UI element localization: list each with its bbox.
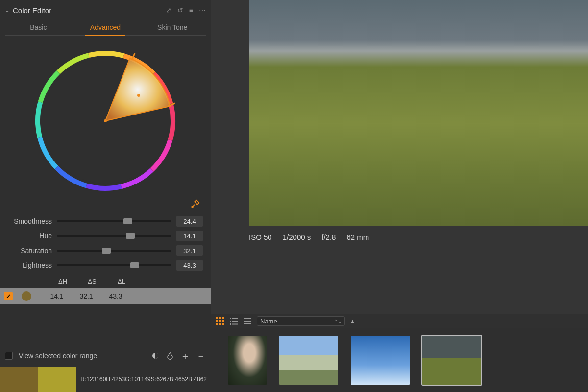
slider-label: Smoothness bbox=[8, 217, 52, 225]
remove-icon[interactable]: － bbox=[196, 349, 206, 363]
sort-field: Name bbox=[260, 318, 277, 325]
list-view-icon[interactable] bbox=[229, 317, 238, 325]
thumbnail[interactable] bbox=[279, 336, 338, 385]
svg-point-16 bbox=[137, 94, 140, 97]
delta-ds: 32.1 bbox=[72, 292, 101, 300]
thumbnail[interactable] bbox=[422, 336, 481, 385]
slider-value[interactable]: 32.1 bbox=[176, 245, 203, 256]
svg-rect-24 bbox=[222, 320, 224, 322]
slider-label: Lightness bbox=[8, 261, 52, 269]
meta-focal: 62 mm bbox=[346, 233, 369, 241]
svg-rect-27 bbox=[222, 323, 224, 325]
slider-smoothness: Smoothness 24.4 bbox=[8, 214, 203, 229]
sliders: Smoothness 24.4 Hue 14.1 Saturation 32.1… bbox=[5, 214, 206, 273]
thumbnail[interactable] bbox=[228, 336, 267, 385]
slider-track[interactable] bbox=[57, 250, 172, 252]
swatch-row: R: 123 160 H: 42 53 G: 101 149 S: 62 67 … bbox=[0, 367, 211, 392]
slider-value[interactable]: 24.4 bbox=[176, 216, 203, 227]
eyedropper-icon[interactable] bbox=[190, 198, 201, 211]
tab-skin-tone[interactable]: Skin Tone bbox=[139, 21, 206, 35]
menu-icon[interactable]: ⋯ bbox=[199, 6, 206, 14]
grid-view-icon[interactable] bbox=[216, 317, 224, 325]
slider-label: Saturation bbox=[8, 247, 52, 254]
color-readout: R: 123 160 H: 42 53 G: 101 149 S: 62 67 … bbox=[76, 367, 211, 392]
expand-icon[interactable]: ⤢ bbox=[166, 6, 172, 14]
panel-title: Color Editor bbox=[13, 6, 166, 15]
svg-rect-22 bbox=[216, 320, 218, 322]
slider-label: Hue bbox=[8, 232, 52, 240]
svg-rect-23 bbox=[219, 320, 221, 322]
svg-rect-36 bbox=[244, 323, 251, 324]
svg-rect-19 bbox=[216, 317, 218, 319]
panel-footer: View selected color range ＋ － bbox=[5, 347, 206, 365]
thumbnail[interactable] bbox=[351, 336, 410, 385]
header-ds: ΔS bbox=[77, 278, 107, 285]
delta-swatch bbox=[22, 291, 31, 301]
svg-rect-26 bbox=[219, 323, 221, 325]
undo-icon[interactable]: ↺ bbox=[177, 6, 183, 14]
slider-value[interactable]: 43.3 bbox=[176, 260, 203, 271]
browser-toolbar: Name ⌃⌄ ▲ bbox=[211, 314, 588, 328]
color-wheel[interactable] bbox=[5, 36, 206, 198]
svg-rect-28 bbox=[230, 318, 231, 319]
chevron-updown-icon: ⌃⌄ bbox=[334, 319, 342, 324]
swatch-before bbox=[0, 367, 38, 392]
svg-rect-35 bbox=[244, 321, 251, 322]
add-icon[interactable]: ＋ bbox=[180, 349, 190, 363]
svg-rect-32 bbox=[230, 323, 231, 325]
view-range-checkbox[interactable] bbox=[5, 352, 13, 360]
details-view-icon[interactable] bbox=[243, 317, 252, 325]
header-dl: ΔL bbox=[107, 278, 136, 285]
svg-point-15 bbox=[104, 119, 107, 122]
viewer-area: ISO 50 1/2000 s f/2.8 62 mm Name ⌃⌄ ▲ bbox=[211, 0, 588, 392]
svg-rect-33 bbox=[232, 324, 238, 325]
delta-dh: 14.1 bbox=[42, 292, 72, 300]
delta-header: ΔH ΔS ΔL bbox=[5, 275, 206, 288]
meta-aperture: f/2.8 bbox=[321, 233, 336, 241]
view-range-label: View selected color range bbox=[19, 352, 145, 360]
reset-icon[interactable]: ≡ bbox=[189, 6, 193, 14]
slider-track[interactable] bbox=[57, 220, 172, 222]
slider-lightness: Lightness 43.3 bbox=[8, 258, 203, 273]
image-metadata: ISO 50 1/2000 s f/2.8 62 mm bbox=[249, 233, 369, 241]
svg-rect-31 bbox=[232, 321, 238, 322]
mask-icon[interactable] bbox=[151, 351, 160, 360]
svg-rect-30 bbox=[230, 321, 231, 322]
svg-rect-34 bbox=[244, 318, 251, 319]
svg-rect-20 bbox=[219, 317, 221, 319]
slider-saturation: Saturation 32.1 bbox=[8, 243, 203, 258]
sort-direction-icon[interactable]: ▲ bbox=[350, 318, 355, 324]
panel-header: ⌄ Color Editor ⤢ ↺ ≡ ⋯ bbox=[5, 3, 206, 18]
meta-shutter: 1/2000 s bbox=[283, 233, 311, 241]
slider-track[interactable] bbox=[57, 235, 172, 237]
header-dh: ΔH bbox=[48, 278, 77, 285]
svg-point-17 bbox=[192, 206, 193, 208]
image-viewer[interactable]: ISO 50 1/2000 s f/2.8 62 mm bbox=[211, 0, 588, 314]
svg-rect-29 bbox=[232, 318, 238, 319]
preview-image bbox=[249, 0, 588, 226]
tabs: Basic Advanced Skin Tone bbox=[5, 21, 206, 36]
tab-advanced[interactable]: Advanced bbox=[72, 21, 139, 35]
tab-basic[interactable]: Basic bbox=[5, 21, 72, 35]
delta-row[interactable]: ✓ 14.1 32.1 43.3 bbox=[0, 288, 211, 304]
slider-hue: Hue 14.1 bbox=[8, 229, 203, 243]
sort-dropdown[interactable]: Name ⌃⌄ bbox=[257, 316, 345, 326]
color-editor-panel: ⌄ Color Editor ⤢ ↺ ≡ ⋯ Basic Advanced Sk… bbox=[0, 0, 211, 392]
svg-rect-21 bbox=[222, 317, 224, 319]
meta-iso: ISO 50 bbox=[249, 233, 272, 241]
swatch-after bbox=[38, 367, 76, 392]
collapse-icon[interactable]: ⌄ bbox=[5, 7, 13, 14]
slider-track[interactable] bbox=[57, 264, 172, 266]
slider-value[interactable]: 14.1 bbox=[176, 231, 203, 241]
svg-rect-25 bbox=[216, 323, 218, 325]
invert-icon[interactable] bbox=[166, 351, 174, 360]
filmstrip bbox=[211, 328, 588, 392]
delta-dl: 43.3 bbox=[101, 292, 130, 300]
delta-checkbox[interactable]: ✓ bbox=[4, 292, 13, 300]
